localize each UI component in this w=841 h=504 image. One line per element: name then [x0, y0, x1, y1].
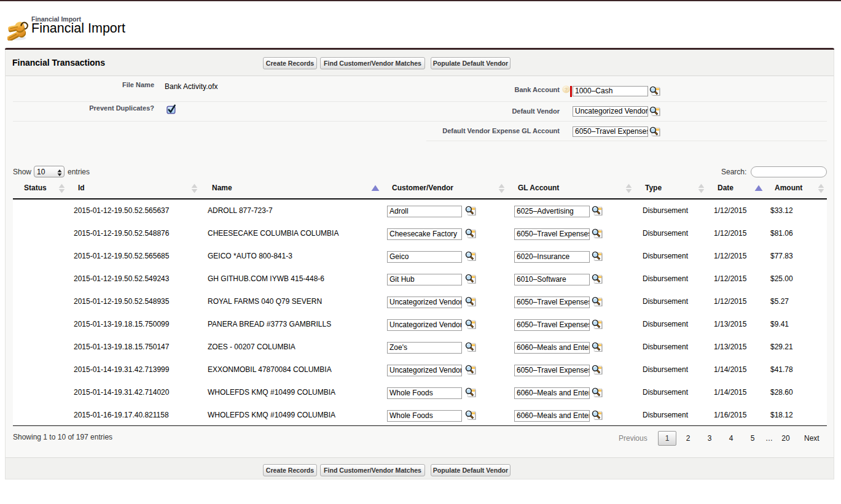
svg-text:?: ?: [564, 87, 568, 93]
